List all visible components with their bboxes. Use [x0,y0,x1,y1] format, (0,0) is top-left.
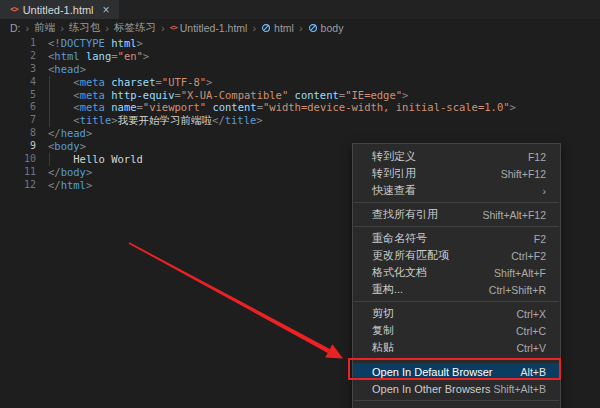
code-line-5[interactable]: 5 <meta http-equiv="X-UA-Compatible" con… [0,89,600,102]
breadcrumb-label: body [321,22,344,34]
line-number: 1 [0,37,36,50]
line-number: 6 [0,101,36,114]
menu-separator [354,202,559,203]
menu-item-label: 格式化文档 [372,265,494,280]
menu-item-copy[interactable]: 复制Ctrl+C [353,322,560,339]
menu-item-paste[interactable]: 粘贴Ctrl+V [353,339,560,356]
menu-item-shortcut: Shift+Alt+F12 [482,209,546,221]
line-number: 11 [0,166,36,179]
line-number: 4 [0,76,36,89]
code-text: Hello World [48,153,143,166]
line-number: 10 [0,153,36,166]
code-line-8[interactable]: 8</head> [0,127,600,140]
code-line-6[interactable]: 6 <meta name="viewport" content="width=d… [0,101,600,114]
line-number: 5 [0,89,36,102]
breadcrumb-separator-icon: › [298,22,304,34]
menu-item-shortcut: Shift+Alt+B [493,383,546,395]
tab-bar: <> Untitled-1.html × [0,0,600,19]
menu-item-peek[interactable]: 快速查看› [353,182,560,199]
menu-item-rename-symbol[interactable]: 重命名符号F2 [353,230,560,247]
breadcrumb-label: 前端 [34,21,55,35]
menu-item-shortcut: Ctrl+V [517,342,546,354]
breadcrumb-separator-icon: › [59,22,65,34]
menu-item-label: 复制 [372,323,516,338]
code-line-3[interactable]: 3<head> [0,63,600,76]
line-number: 3 [0,63,36,76]
breadcrumb-item--[interactable]: 标签练习 [114,21,156,35]
menu-separator [354,226,559,227]
menu-item-refactor[interactable]: 重构...Ctrl+Shift+R [353,281,560,298]
menu-item-format-document[interactable]: 格式化文档Shift+Alt+F [353,264,560,281]
breadcrumb-label: D: [10,22,21,34]
submenu-arrow-icon: › [543,185,547,197]
breadcrumb-separator-icon: › [160,22,166,34]
breadcrumb-separator-icon: › [25,22,31,34]
html-file-icon: <> [10,5,18,14]
breadcrumb-item-body[interactable]: body [308,22,344,34]
context-menu: 转到定义F12转到引用Shift+F12快速查看›查找所有引用Shift+Alt… [352,143,561,408]
code-text: <meta charset="UTF-8"> [48,76,212,89]
menu-item-label: 转到引用 [372,166,501,181]
menu-item-open-in-default-browser[interactable]: Open In Default BrowserAlt+B [353,363,560,380]
menu-item-find-all-references[interactable]: 查找所有引用Shift+Alt+F12 [353,206,560,223]
tab-untitled-1[interactable]: <> Untitled-1.html × [0,0,119,19]
menu-item-shortcut: F2 [534,233,546,245]
menu-item-open-in-other-browsers[interactable]: Open In Other BrowsersShift+Alt+B [353,380,560,397]
indent-guide [49,153,50,166]
menu-item-label: 转到定义 [372,149,528,164]
code-text: </html> [48,179,92,192]
menu-separator [354,400,559,401]
menu-item-label: 快速查看 [372,183,543,198]
code-text: <title>我要开始学习前端啦</title> [48,114,263,127]
menu-item-label: 重构... [372,282,489,297]
breadcrumb-label: Untitled-1.html [180,22,248,34]
menu-item-change-all-occurrences[interactable]: 更改所有匹配项Ctrl+F2 [353,247,560,264]
menu-item-label: Open In Default Browser [372,366,521,378]
code-line-1[interactable]: 1<!DOCTYPE html> [0,37,600,50]
menu-item-shortcut: Ctrl+Shift+R [489,284,546,296]
symbol-icon [308,23,318,33]
menu-item-shortcut: Ctrl+F2 [511,250,546,262]
breadcrumb-label: html [274,22,294,34]
line-number: 2 [0,50,36,63]
menu-item-shortcut: Ctrl+X [517,308,546,320]
code-text: <meta http-equiv="X-UA-Compatible" conte… [48,89,408,102]
code-line-4[interactable]: 4 <meta charset="UTF-8"> [0,76,600,89]
menu-item-label: 更改所有匹配项 [372,248,511,263]
code-text: </body> [48,166,92,179]
line-number: 12 [0,179,36,192]
menu-separator [354,301,559,302]
menu-item-shortcut: F12 [528,151,546,163]
menu-item-label: Open In Other Browsers [372,383,493,395]
menu-item-goto-references[interactable]: 转到引用Shift+F12 [353,165,560,182]
menu-item-cut[interactable]: 剪切Ctrl+X [353,305,560,322]
menu-item-label: 粘贴 [372,340,517,355]
code-text: <html lang="en"> [48,50,149,63]
line-number: 9 [0,140,36,153]
breadcrumb-separator-icon: › [104,22,110,34]
breadcrumb-item-html[interactable]: html [261,22,294,34]
breadcrumb-item--[interactable]: 练习包 [69,21,101,35]
code-text: <meta name="viewport" content="width=dev… [48,101,516,114]
menu-item-shortcut: Ctrl+C [516,325,546,337]
line-number: 8 [0,127,36,140]
code-line-2[interactable]: 2<html lang="en"> [0,50,600,63]
breadcrumb-separator-icon: › [251,22,257,34]
tab-title: Untitled-1.html [23,4,94,16]
breadcrumb: D:›前端›练习包›标签练习›<>Untitled-1.html›html›bo… [0,19,600,36]
breadcrumb-item--[interactable]: 前端 [34,21,55,35]
menu-item-goto-definition[interactable]: 转到定义F12 [353,148,560,165]
code-text: <head> [48,63,86,76]
breadcrumb-item-untitled-1-html[interactable]: <>Untitled-1.html [170,22,248,34]
symbol-icon [261,23,271,33]
line-number: 7 [0,114,36,127]
code-line-7[interactable]: 7 <title>我要开始学习前端啦</title> [0,114,600,127]
code-text: <body> [48,140,86,153]
code-text: </head> [48,127,92,140]
close-icon[interactable]: × [103,4,110,16]
breadcrumb-item-d-[interactable]: D: [10,22,21,34]
breadcrumb-label: 标签练习 [114,21,156,35]
menu-item-shortcut: Shift+F12 [501,168,546,180]
breadcrumb-label: 练习包 [69,21,101,35]
menu-item-shortcut: Shift+Alt+F [494,267,546,279]
